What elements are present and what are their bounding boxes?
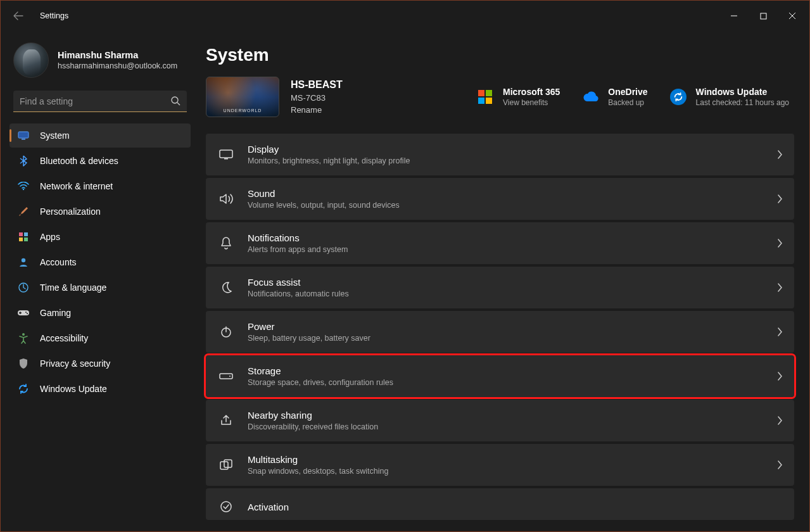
minimize-button[interactable]	[719, 6, 749, 26]
sidebar-item-label: Network & internet	[40, 181, 113, 191]
chevron-right-icon	[776, 416, 783, 425]
sidebar-item-privacy[interactable]: Privacy & security	[9, 352, 191, 376]
header-link-windows-update[interactable]: Windows Update Last checked: 11 hours ag…	[664, 84, 794, 110]
rename-link[interactable]: Rename	[291, 105, 343, 115]
device-thumbnail[interactable]	[206, 77, 279, 117]
close-button[interactable]	[778, 6, 807, 26]
sidebar-item-label: Windows Update	[40, 384, 107, 394]
nav: System Bluetooth & devices Network & int…	[9, 124, 191, 401]
onedrive-icon	[581, 88, 599, 106]
card-title: Focus assist	[248, 277, 764, 288]
card-focus-assist[interactable]: Focus assist Notifications, automatic ru…	[206, 267, 794, 308]
sidebar-item-label: Privacy & security	[40, 358, 110, 369]
close-icon	[788, 12, 796, 20]
svg-point-4	[23, 189, 24, 190]
bell-icon	[217, 234, 235, 252]
search-icon	[170, 96, 180, 106]
card-subtitle: Snap windows, desktops, task switching	[248, 467, 764, 476]
card-notifications[interactable]: Notifications Alerts from apps and syste…	[206, 222, 794, 264]
power-icon	[217, 323, 235, 341]
card-subtitle: Monitors, brightness, night light, displ…	[248, 156, 764, 165]
bluetooth-icon	[17, 155, 30, 167]
accessibility-icon	[17, 332, 30, 345]
sidebar-item-personalization[interactable]: Personalization	[9, 200, 191, 224]
sidebar-item-windows-update[interactable]: Windows Update	[9, 377, 191, 401]
sidebar-item-label: Bluetooth & devices	[40, 156, 118, 166]
maximize-button[interactable]	[749, 6, 778, 26]
card-display[interactable]: Display Monitors, brightness, night ligh…	[206, 134, 794, 175]
search-input[interactable]	[13, 91, 187, 112]
check-circle-icon	[217, 498, 235, 516]
chevron-right-icon	[776, 283, 783, 292]
sidebar-item-gaming[interactable]: Gaming	[9, 301, 191, 325]
titlebar: Settings	[1, 1, 809, 31]
profile-block[interactable]: Himanshu Sharma hssharmahimanshu@outlook…	[9, 39, 191, 89]
svg-rect-2	[18, 132, 28, 138]
paintbrush-icon	[17, 205, 30, 218]
sidebar-item-bluetooth[interactable]: Bluetooth & devices	[9, 149, 191, 173]
svg-rect-6	[24, 232, 28, 236]
card-storage[interactable]: Storage Storage space, drives, configura…	[206, 355, 794, 397]
device-info: HS-BEAST MS-7C83 Rename	[291, 79, 343, 115]
sidebar-item-label: Accessibility	[40, 333, 88, 343]
svg-rect-15	[220, 150, 232, 158]
svg-rect-3	[22, 139, 25, 140]
page-title: System	[206, 45, 794, 65]
card-power[interactable]: Power Sleep, battery usage, battery save…	[206, 311, 794, 353]
header-link-title: Microsoft 365	[503, 87, 560, 97]
maximize-icon	[760, 13, 767, 20]
microsoft-365-icon	[476, 88, 494, 106]
svg-point-22	[221, 502, 231, 512]
clock-globe-icon	[17, 281, 30, 294]
card-subtitle: Discoverability, received files location	[248, 422, 764, 431]
svg-point-1	[172, 97, 178, 103]
sidebar-item-system[interactable]: System	[9, 124, 191, 148]
sidebar-item-apps[interactable]: Apps	[9, 225, 191, 249]
card-sound[interactable]: Sound Volume levels, output, input, soun…	[206, 178, 794, 220]
svg-rect-7	[19, 238, 23, 241]
card-title: Multitasking	[248, 454, 764, 465]
svg-rect-8	[24, 238, 28, 241]
avatar	[13, 42, 49, 78]
device-model: MS-7C83	[291, 93, 343, 103]
header-link-onedrive[interactable]: OneDrive Backed up	[576, 84, 652, 110]
card-nearby-sharing[interactable]: Nearby sharing Discoverability, received…	[206, 400, 794, 441]
card-subtitle: Storage space, drives, configuration rul…	[248, 378, 764, 387]
header-link-sub: View benefits	[503, 98, 560, 107]
card-title: Display	[248, 144, 764, 155]
profile-name: Himanshu Sharma	[58, 50, 177, 60]
chevron-right-icon	[776, 194, 783, 203]
system-cards: Display Monitors, brightness, night ligh…	[206, 134, 794, 520]
sidebar-item-label: Gaming	[40, 308, 71, 318]
card-subtitle: Volume levels, output, input, sound devi…	[248, 201, 764, 210]
search-box[interactable]	[13, 91, 187, 112]
system-icon	[17, 129, 30, 142]
card-subtitle: Alerts from apps and system	[248, 245, 764, 254]
profile-text: Himanshu Sharma hssharmahimanshu@outlook…	[58, 50, 177, 70]
titlebar-left: Settings	[6, 3, 68, 28]
sidebar-item-label: Time & language	[40, 282, 106, 293]
gamepad-icon	[17, 307, 30, 319]
wifi-icon	[17, 180, 30, 193]
header-link-ms365[interactable]: Microsoft 365 View benefits	[471, 84, 565, 110]
sidebar-item-time-language[interactable]: Time & language	[9, 276, 191, 300]
sidebar-item-network[interactable]: Network & internet	[9, 174, 191, 198]
main-content[interactable]: System HS-BEAST MS-7C83 Rename Microsoft…	[197, 31, 809, 531]
svg-point-13	[27, 313, 28, 314]
windows-update-icon	[669, 88, 687, 106]
chevron-right-icon	[776, 239, 783, 248]
arrow-left-icon	[13, 11, 23, 21]
back-button[interactable]	[6, 3, 31, 28]
windows-update-icon	[17, 383, 30, 395]
card-multitasking[interactable]: Multitasking Snap windows, desktops, tas…	[206, 444, 794, 486]
chevron-right-icon	[776, 150, 783, 159]
chevron-right-icon	[776, 372, 783, 381]
card-title: Notifications	[248, 232, 764, 243]
sidebar-item-accounts[interactable]: Accounts	[9, 250, 191, 274]
sidebar-item-accessibility[interactable]: Accessibility	[9, 326, 191, 350]
card-title: Sound	[248, 188, 764, 199]
card-activation[interactable]: Activation	[206, 488, 794, 520]
header-link-sub: Backed up	[608, 98, 647, 107]
minimize-icon	[730, 12, 738, 20]
card-title: Storage	[248, 365, 764, 376]
